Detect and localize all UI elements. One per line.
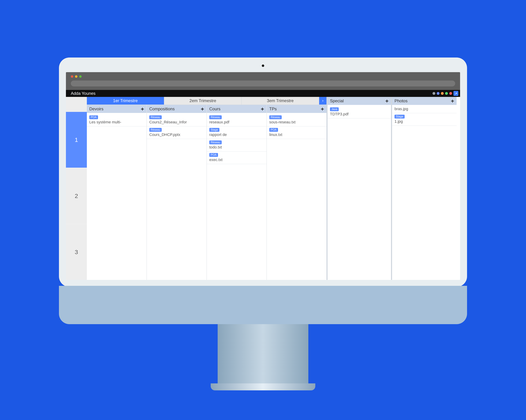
column-title: Cours <box>209 107 221 111</box>
list-item[interactable]: POAexec.txt <box>207 152 266 164</box>
column-header: Photos+ <box>392 97 456 105</box>
share-icon[interactable]: ↗ <box>454 91 458 96</box>
tag-badge: Réseau <box>149 115 162 119</box>
monitor-mockup: Adda Younes ↗ 1 2 3 <box>59 58 467 390</box>
side-pane: Photos+bras.jpgStage1.jpg <box>392 97 456 280</box>
main-area: 1er Trimestre 2em Trimestre 3em Trimestr… <box>87 97 460 280</box>
list-item[interactable]: bras.jpg <box>392 106 456 113</box>
item-name: Cours2_Réseau_Infor <box>149 120 187 124</box>
item-name: sous-reseau.txt <box>269 120 295 124</box>
list-item[interactable]: Réseausous-reseau.txt <box>267 114 326 127</box>
add-icon[interactable]: + <box>385 98 389 104</box>
add-icon[interactable]: + <box>261 106 264 112</box>
column-title: Devoirs <box>89 107 103 111</box>
column: Cours+Réseaureseaux.pdfStagerapport deRé… <box>207 105 267 280</box>
item-name: Les système multi- <box>89 120 121 124</box>
tag-badge: POA <box>209 153 218 157</box>
app-topbar: Adda Younes ↗ <box>66 90 460 97</box>
item-name: Cours_DHCP.pptx <box>149 132 180 137</box>
item-list: JavaTDTP3.pdf <box>327 105 391 119</box>
list-item[interactable]: JavaTDTP3.pdf <box>327 106 391 118</box>
item-list: RéseauCours2_Réseau_InforRéseauCours_DHC… <box>147 113 206 140</box>
list-item[interactable]: Réseautodo.txt <box>207 139 266 152</box>
add-icon[interactable]: + <box>451 98 454 104</box>
tabs-next-icon[interactable]: › <box>319 97 326 105</box>
topbar-actions: ↗ <box>433 91 458 96</box>
year-3[interactable]: 3 <box>66 224 87 280</box>
item-list: Réseausous-reseau.txtPOAlinux.txt <box>267 113 326 140</box>
column: Devoirs+POALes système multi- <box>87 105 147 280</box>
column-title: TPs <box>269 107 277 111</box>
app-body: 1 2 3 1er Trimestre 2em Trimestre 3em Tr… <box>66 97 460 280</box>
item-name: bras.jpg <box>394 107 408 111</box>
item-list: Réseaureseaux.pdfStagerapport deRéseauto… <box>207 113 266 165</box>
list-item[interactable]: Stagerapport de <box>207 127 266 139</box>
column-header: Devoirs+ <box>87 105 146 113</box>
tab-trimestre-1[interactable]: 1er Trimestre <box>87 97 164 105</box>
item-name: 1.jpg <box>394 119 403 124</box>
add-icon[interactable]: + <box>201 106 204 112</box>
trimester-block: 1er Trimestre 2em Trimestre 3em Trimestr… <box>87 97 327 280</box>
column-title: Compositions <box>149 107 175 111</box>
column-header: Cours+ <box>207 105 266 113</box>
status-dot-green[interactable] <box>445 92 448 95</box>
side-pane: Special+JavaTDTP3.pdf <box>327 97 392 280</box>
item-name: exec.txt <box>209 157 223 162</box>
tab-trimestre-3[interactable]: 3em Trimestre <box>242 97 319 105</box>
status-dot-orange[interactable] <box>441 92 444 95</box>
year-rail: 1 2 3 <box>66 97 87 280</box>
item-name: reseaux.pdf <box>209 120 229 124</box>
list-item[interactable]: Stage1.jpg <box>392 113 456 126</box>
tab-trimestre-2[interactable]: 2em Trimestre <box>164 97 242 105</box>
year-2[interactable]: 2 <box>66 168 87 224</box>
list-item[interactable]: RéseauCours_DHCP.pptx <box>147 127 206 139</box>
item-list: POALes système multi- <box>87 113 146 127</box>
tag-badge: POA <box>269 128 278 132</box>
close-icon[interactable] <box>71 75 73 78</box>
item-name: todo.txt <box>209 145 222 149</box>
add-icon[interactable]: + <box>141 106 144 112</box>
list-item[interactable]: RéseauCours2_Réseau_Infor <box>147 114 206 127</box>
status-dot-blue[interactable] <box>437 92 439 95</box>
list-item[interactable]: Réseaureseaux.pdf <box>207 114 266 127</box>
add-icon[interactable]: + <box>321 106 324 112</box>
tag-badge: Réseau <box>209 115 222 119</box>
column-header: Compositions+ <box>147 105 206 113</box>
column: TPs+Réseausous-reseau.txtPOAlinux.txt <box>267 105 326 280</box>
side-panes: Special+JavaTDTP3.pdfPhotos+bras.jpgStag… <box>327 97 456 280</box>
trimester-tabs: 1er Trimestre 2em Trimestre 3em Trimestr… <box>87 97 326 105</box>
item-name: TDTP3.pdf <box>330 112 348 116</box>
column: Compositions+RéseauCours2_Réseau_InforRé… <box>147 105 207 280</box>
window-controls <box>71 75 455 78</box>
status-dot-red[interactable] <box>449 92 452 95</box>
tag-badge: Stage <box>209 128 219 132</box>
item-name: rapport de <box>209 132 227 137</box>
list-item[interactable]: POALes système multi- <box>87 114 146 127</box>
tag-badge: Java <box>330 107 339 111</box>
item-name: linux.txt <box>269 132 282 137</box>
browser-chrome <box>66 72 460 90</box>
tag-badge: Stage <box>394 115 405 118</box>
year-1[interactable]: 1 <box>66 112 87 168</box>
column-header: Special+ <box>327 97 391 105</box>
tag-badge: Réseau <box>269 115 282 119</box>
camera-dot <box>262 65 264 67</box>
minimize-icon[interactable] <box>75 75 77 78</box>
rail-spacer <box>66 97 87 112</box>
tag-badge: Réseau <box>209 140 222 144</box>
item-list: bras.jpgStage1.jpg <box>392 105 456 127</box>
columns: Devoirs+POALes système multi-Composition… <box>87 105 326 280</box>
maximize-icon[interactable] <box>79 75 82 78</box>
list-item[interactable]: POAlinux.txt <box>267 127 326 139</box>
address-bar[interactable] <box>71 80 455 87</box>
column-title: Special <box>330 98 344 103</box>
user-name: Adda Younes <box>71 91 95 96</box>
status-dot-gray[interactable] <box>433 92 435 95</box>
tag-badge: Réseau <box>149 128 162 132</box>
column-title: Photos <box>394 98 408 103</box>
tag-badge: POA <box>89 115 98 119</box>
column-header: TPs+ <box>267 105 326 113</box>
